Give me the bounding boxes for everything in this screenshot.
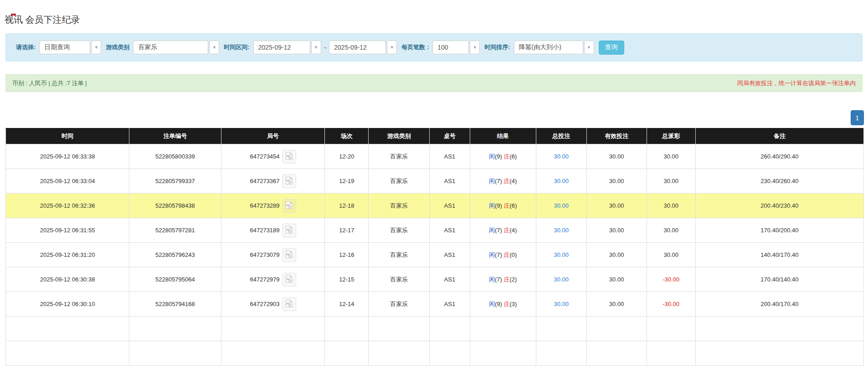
cell-time: 2025-09-12 06:31:20: [6, 243, 129, 267]
cell-valid-bet: 30.00: [586, 243, 647, 267]
time-sort-select[interactable]: 降冪(由大到小): [514, 41, 583, 54]
subtotal-count: 7: [129, 317, 221, 341]
cell-session: 12-18: [325, 194, 369, 218]
video-replay-button[interactable]: [282, 224, 296, 237]
total-bet-link[interactable]: 30.00: [554, 276, 569, 283]
summary-currency-total: 币别 : 人民币 | 总共 :7 注单 |: [12, 79, 87, 87]
chevron-down-icon[interactable]: ▼: [311, 41, 321, 54]
video-file-icon: [285, 299, 293, 309]
page-1-button[interactable]: 1: [851, 110, 864, 125]
chevron-down-icon[interactable]: ▼: [387, 41, 397, 54]
video-file-icon: [285, 201, 293, 211]
chevron-down-icon[interactable]: ▼: [91, 41, 101, 54]
video-file-icon: [285, 275, 293, 285]
page-size-value: 100: [437, 44, 448, 51]
game-type-select[interactable]: 百家乐: [133, 41, 208, 54]
cell-total-bet: 30.00: [536, 194, 586, 218]
cell-session: 12-14: [325, 292, 369, 317]
grand-total-total-bet: 210.00: [536, 341, 586, 366]
cell-remark: 230.40/260.40: [695, 169, 863, 194]
cell-time: 2025-09-12 06:33:04: [6, 169, 129, 194]
table-row: 2025-09-12 06:31:55 522805797281 6472731…: [6, 218, 864, 243]
round-id-value: 647273079: [250, 251, 279, 258]
total-bet-link[interactable]: 30.00: [554, 178, 569, 184]
total-bet-link[interactable]: 30.00: [554, 153, 569, 160]
date-range-label: 时间区间:: [224, 43, 249, 51]
cell-total-bet: 30.00: [536, 243, 586, 267]
cell-total-bet: 30.00: [536, 144, 586, 169]
pagination-top: 1: [4, 110, 864, 125]
cell-session: 12-19: [325, 169, 369, 194]
video-replay-button[interactable]: [282, 199, 296, 213]
query-type-value: 日期查询: [44, 43, 70, 51]
cell-remark: 170.40/140.40: [695, 267, 863, 292]
chevron-down-icon[interactable]: ▼: [209, 41, 219, 54]
grand-total-label: 总计: [6, 341, 129, 366]
grand-total-count: 7: [129, 341, 221, 366]
cell-table-no: AS1: [430, 292, 470, 317]
result-player-points: (9): [495, 153, 502, 160]
header-table-no: 桌号: [430, 128, 470, 144]
cell-game-type: 百家乐: [369, 144, 430, 169]
cell-game-type: 百家乐: [369, 292, 430, 317]
video-file-icon: [285, 250, 293, 260]
cell-session: 12-20: [325, 144, 369, 169]
total-bet-link[interactable]: 30.00: [554, 227, 569, 234]
date-to-select[interactable]: 2025-09-12: [329, 41, 386, 54]
total-bet-link[interactable]: 30.00: [554, 202, 569, 209]
total-bet-link[interactable]: 30.00: [554, 251, 569, 258]
header-session: 场次: [325, 128, 369, 144]
result-player-points: (7): [495, 227, 502, 234]
video-replay-button[interactable]: [282, 150, 296, 164]
table-row: 2025-09-12 06:32:36 522805798438 6472732…: [6, 194, 864, 218]
game-type-label: 游戏类别: [106, 43, 129, 51]
cell-remark: 200.40/170.40: [695, 292, 863, 317]
round-id-value: 647272979: [250, 276, 279, 283]
video-file-icon: [285, 152, 293, 162]
cell-valid-bet: 30.00: [586, 169, 647, 194]
header-round-id: 局号: [221, 128, 325, 144]
cell-bet-id: 522805796243: [129, 243, 221, 267]
cell-table-no: AS1: [430, 267, 470, 292]
page-title: 视讯 会员下注纪录: [5, 14, 868, 26]
result-banker-points: (4): [509, 178, 517, 184]
chevron-down-icon[interactable]: ▼: [470, 41, 480, 54]
footer-empty-cell: [695, 341, 863, 366]
subtotal-valid-bet: 210.00: [586, 317, 647, 341]
cell-time: 2025-09-12 06:31:55: [6, 218, 129, 243]
cell-time: 2025-09-12 06:30:38: [6, 267, 129, 292]
cell-remark: 140.40/170.40: [695, 243, 863, 267]
cell-total-bet: 30.00: [536, 267, 586, 292]
video-replay-button[interactable]: [282, 174, 296, 188]
video-replay-button[interactable]: [282, 248, 296, 262]
cell-valid-bet: 30.00: [586, 194, 647, 218]
video-replay-button[interactable]: [282, 273, 296, 286]
cell-session: 12-17: [325, 218, 369, 243]
page: 视讯 会员下注纪录 请选择: 日期查询 ▼ 游戏类别 百家乐 ▼ 时间区间: 2…: [0, 14, 868, 373]
summary-bar: 币别 : 人民币 | 总共 :7 注单 | 同局有效投注，统一计算在该局第一张注…: [5, 74, 863, 92]
footer-empty-cell: [430, 341, 470, 366]
result-banker: 庄: [503, 178, 509, 184]
cell-session: 12-15: [325, 267, 369, 292]
search-button[interactable]: 查询: [599, 41, 624, 55]
page-size-select[interactable]: 100: [432, 41, 469, 54]
cell-round-id: 647272903: [221, 292, 325, 317]
result-banker: 庄: [503, 301, 509, 307]
date-from-select[interactable]: 2025-09-12: [253, 41, 310, 54]
total-bet-link[interactable]: 30.00: [554, 301, 569, 307]
chevron-down-icon[interactable]: ▼: [584, 41, 594, 54]
cell-game-type: 百家乐: [369, 218, 430, 243]
result-player-points: (9): [495, 202, 502, 209]
query-type-select[interactable]: 日期查询: [39, 41, 90, 54]
cell-payout: -30.00: [647, 267, 695, 292]
result-player: 闲: [489, 276, 495, 283]
round-id-value: 647273454: [250, 153, 279, 160]
result-banker: 庄: [503, 153, 509, 160]
footer-empty-cell: [221, 341, 325, 366]
video-file-icon: [285, 225, 293, 235]
result-player: 闲: [489, 202, 495, 209]
grand-total-payout: 90.00: [647, 341, 695, 366]
header-bet-id: 注单编号: [129, 128, 221, 144]
video-replay-button[interactable]: [282, 297, 296, 311]
cell-total-bet: 30.00: [536, 169, 586, 194]
